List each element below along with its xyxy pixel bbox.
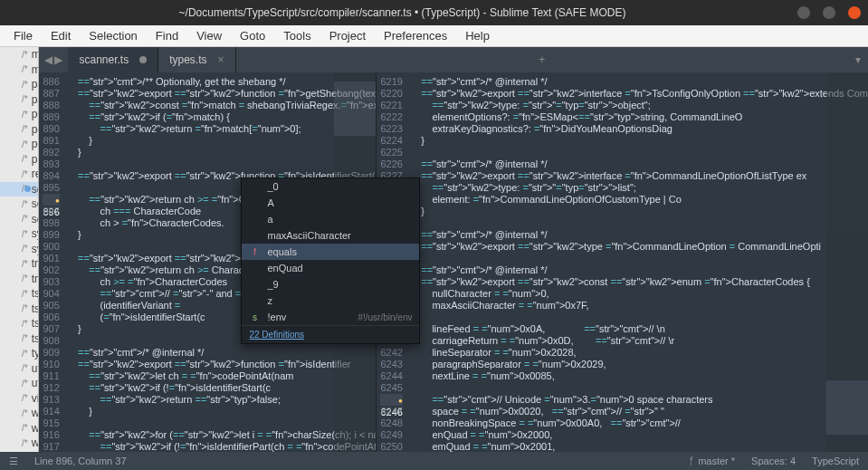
- autocomplete-item[interactable]: z: [242, 293, 419, 309]
- titlebar: ~/Documents/TypeScript/src/compiler/scan…: [0, 0, 868, 25]
- autocomplete-item[interactable]: a: [242, 211, 419, 227]
- file-icon: /*: [22, 408, 28, 418]
- completion-label: _0: [267, 181, 278, 192]
- sidebar-item[interactable]: /*watchUtilities.ts: [0, 436, 38, 451]
- file-icon: /*: [22, 303, 28, 313]
- file-icon: /*: [22, 438, 28, 448]
- menu-goto[interactable]: Goto: [232, 27, 273, 44]
- status-branch[interactable]: ᚶ master *: [689, 456, 735, 466]
- sidebar-item[interactable]: /*tsbuild.ts: [0, 286, 38, 302]
- file-icon: /*: [22, 333, 28, 343]
- sidebar-item[interactable]: /*symbolWalker.ts: [0, 226, 38, 242]
- status-console-icon[interactable]: ☰: [9, 456, 18, 467]
- sidebar-item[interactable]: /*performance.ts: [0, 122, 38, 138]
- status-cursor: Line 896, Column 37: [34, 456, 127, 466]
- sidebar-item[interactable]: /*performanceCore.ts: [0, 137, 38, 152]
- tab-close-icon[interactable]: ×: [218, 53, 224, 66]
- git-branch-icon: ᚶ: [689, 456, 695, 466]
- sidebar-item[interactable]: /*parser.ts: [0, 77, 38, 92]
- window-maximize-button[interactable]: [823, 6, 835, 19]
- completion-kind-icon: s: [249, 312, 260, 322]
- sidebar-item[interactable]: /*moduleSpecifiers.ts: [0, 62, 38, 78]
- tab-add-button[interactable]: +: [531, 53, 552, 66]
- sidebar-item[interactable]: /*perfLogger.ts: [0, 107, 38, 122]
- file-icon: /*: [22, 379, 28, 388]
- autocomplete-definitions-link[interactable]: 22 Definitions: [242, 325, 419, 343]
- autocomplete-item[interactable]: _9: [242, 276, 419, 293]
- sidebar-item[interactable]: /*transformer.ts: [0, 272, 38, 287]
- file-icon: /*: [22, 349, 28, 359]
- sidebar-folder-debug[interactable]: ▸▢ debug: [0, 451, 38, 453]
- menu-edit[interactable]: Edit: [43, 27, 79, 44]
- tab[interactable]: types.ts×: [158, 47, 235, 72]
- autocomplete-item[interactable]: s!env#!/usr/bin/env: [242, 309, 419, 325]
- tab-dirty-icon: [139, 56, 147, 63]
- file-icon: /*: [22, 64, 28, 74]
- file-icon: /*: [22, 273, 28, 283]
- file-icon: /*: [22, 229, 28, 239]
- menu-file[interactable]: File: [5, 27, 41, 44]
- autocomplete-item[interactable]: enQuad: [242, 260, 419, 276]
- sidebar-item[interactable]: /*semver.ts: [0, 197, 38, 212]
- menu-view[interactable]: View: [188, 27, 230, 44]
- sidebar-item[interactable]: /*utilitiesPublic.ts: [0, 376, 38, 391]
- dirty-indicator-icon: [24, 186, 31, 192]
- sidebar-item[interactable]: /*utilities.ts: [0, 361, 38, 377]
- menubar: FileEditSelectionFindViewGotoToolsProjec…: [0, 25, 868, 47]
- window-minimize-button[interactable]: [797, 6, 810, 19]
- menu-preferences[interactable]: Preferences: [376, 27, 455, 44]
- minimap-right[interactable]: [826, 72, 868, 452]
- sidebar-item[interactable]: /*sourcemap.ts: [0, 212, 38, 227]
- file-icon: /*: [22, 124, 28, 134]
- sidebar-item[interactable]: /*watch.ts: [0, 406, 38, 421]
- file-icon: /*: [22, 154, 28, 164]
- file-icon: /*: [22, 169, 28, 179]
- tab-prev-icon[interactable]: ◀: [44, 53, 52, 66]
- autocomplete-popup[interactable]: _0AamaxAsciiCharacterfequalsenQuad_9zs!e…: [241, 177, 420, 344]
- editor-pane-right[interactable]: 6219622062216222622362246225622662276228…: [377, 72, 868, 452]
- sidebar-item[interactable]: /*sys.ts: [0, 242, 38, 257]
- sidebar-item[interactable]: /*path.ts: [0, 92, 38, 108]
- tab-next-icon[interactable]: ▶: [54, 53, 62, 66]
- editor-area: ◀ ▶ scanner.tstypes.ts× + ▾ 886887888889…: [39, 47, 868, 452]
- tab[interactable]: scanner.ts: [68, 47, 158, 72]
- menu-project[interactable]: Project: [321, 27, 374, 44]
- sidebar-item[interactable]: /*moduleNameResolver.ts: [0, 47, 38, 62]
- menu-help[interactable]: Help: [457, 27, 498, 44]
- sidebar-item[interactable]: /*program.ts: [0, 152, 38, 168]
- completion-kind-icon: f: [249, 247, 260, 257]
- file-icon: /*: [22, 363, 28, 373]
- sidebar-item[interactable]: /*types.ts: [0, 346, 38, 361]
- sidebar-item[interactable]: /*tsbuildPublic.ts: [0, 302, 38, 317]
- status-language[interactable]: TypeScript: [812, 456, 859, 466]
- completion-label: A: [267, 197, 273, 208]
- sidebar-item[interactable]: /*tsconfig.release.json: [0, 331, 38, 347]
- status-spaces[interactable]: Spaces: 4: [751, 456, 796, 466]
- sidebar-item[interactable]: /*watchPublic.ts: [0, 421, 38, 436]
- sidebar-item[interactable]: /*visitorPublic.ts: [0, 391, 38, 407]
- file-icon: /*: [22, 319, 28, 329]
- file-icon: /*: [22, 393, 28, 403]
- file-icon: /*: [22, 214, 28, 224]
- sidebar-item[interactable]: /*tsconfig.json: [0, 316, 38, 331]
- sidebar-item[interactable]: /*resolutionCache.ts: [0, 167, 38, 182]
- sidebar-item[interactable]: /*tracing.ts: [0, 256, 38, 272]
- autocomplete-item[interactable]: maxAsciiCharacter: [242, 227, 419, 244]
- completion-label: a: [267, 214, 272, 225]
- completion-label: z: [267, 295, 272, 306]
- completion-label: _9: [267, 279, 278, 290]
- sidebar-item[interactable]: /*scanner.ts: [0, 182, 38, 197]
- menu-tools[interactable]: Tools: [275, 27, 319, 44]
- menu-find[interactable]: Find: [148, 27, 186, 44]
- file-icon: /*: [22, 94, 28, 104]
- autocomplete-item[interactable]: A: [242, 195, 419, 211]
- autocomplete-item[interactable]: fequals: [242, 244, 419, 260]
- tab-bar: ◀ ▶ scanner.tstypes.ts× + ▾: [39, 47, 868, 72]
- tab-menu-button[interactable]: ▾: [848, 53, 868, 66]
- menu-selection[interactable]: Selection: [81, 27, 145, 44]
- file-icon: /*: [22, 50, 28, 60]
- completion-label: enQuad: [267, 263, 302, 273]
- autocomplete-item[interactable]: _0: [242, 178, 419, 195]
- window-title: ~/Documents/TypeScript/src/compiler/scan…: [7, 6, 797, 19]
- window-close-button[interactable]: [848, 6, 861, 19]
